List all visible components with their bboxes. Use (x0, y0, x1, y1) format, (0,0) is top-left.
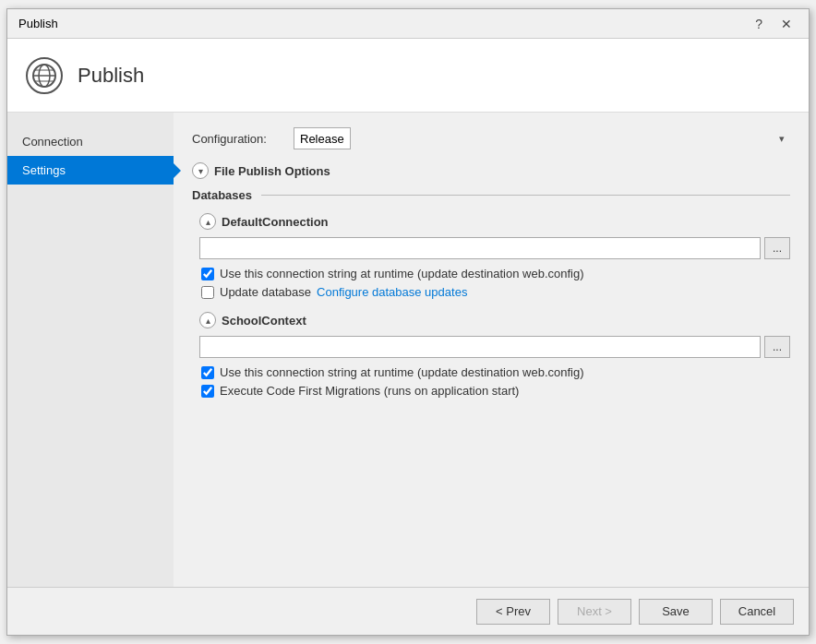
school-context-collapse-btn[interactable]: ▴ (199, 312, 216, 328)
default-connection-use-label: Use this connection string at runtime (u… (220, 267, 584, 280)
title-bar-left: Publish (18, 17, 58, 30)
school-context-header[interactable]: ▴ SchoolContext (199, 312, 790, 328)
close-button[interactable]: ✕ (775, 15, 798, 33)
configuration-select-wrapper: Release Debug (294, 127, 790, 149)
default-connection-use-checkbox[interactable] (201, 268, 214, 280)
default-connection-input-row: ... (199, 237, 790, 259)
default-connection-checkbox2-row: Update database Configure database updat… (199, 285, 790, 299)
default-connection-checkbox1-row: Use this connection string at runtime (u… (199, 267, 790, 280)
sidebar-item-settings[interactable]: Settings (7, 156, 174, 185)
save-button[interactable]: Save (639, 599, 713, 625)
school-context-input[interactable] (199, 336, 761, 358)
school-context-execute-checkbox[interactable] (201, 385, 214, 398)
databases-section: Databases ▴ DefaultConnection (192, 188, 790, 398)
configuration-select[interactable]: Release Debug (294, 127, 351, 149)
title-bar-title: Publish (18, 17, 58, 30)
default-connection-section: ▴ DefaultConnection ... Use this connect… (192, 213, 790, 299)
file-publish-label: File Publish Options (214, 164, 330, 178)
main-scroll-area: Configuration: Release Debug ▾ File Publ… (174, 113, 809, 587)
prev-button[interactable]: < Prev (476, 599, 550, 625)
school-context-use-label: Use this connection string at runtime (u… (220, 365, 584, 379)
default-connection-browse-btn[interactable]: ... (764, 237, 790, 259)
configure-database-updates-link[interactable]: Configure database updates (317, 285, 467, 299)
school-context-input-row: ... (199, 336, 790, 358)
databases-header: Databases (192, 188, 790, 202)
school-context-checkbox2-row: Execute Code First Migrations (runs on a… (199, 384, 790, 398)
body: Connection Settings Configuration: Relea… (7, 113, 809, 587)
globe-icon (26, 57, 63, 94)
default-connection-update-checkbox[interactable] (201, 286, 214, 299)
configuration-label: Configuration: (192, 132, 284, 146)
file-publish-collapse-btn[interactable]: ▾ (192, 162, 209, 179)
school-context-name: SchoolContext (222, 314, 306, 328)
default-connection-header[interactable]: ▴ DefaultConnection (199, 213, 790, 230)
default-connection-collapse-btn[interactable]: ▴ (199, 213, 216, 230)
collapse-icon: ▾ (198, 166, 203, 176)
databases-divider (261, 195, 790, 196)
sidebar: Connection Settings (7, 113, 174, 587)
school-context-browse-btn[interactable]: ... (764, 336, 790, 358)
school-context-section: ▴ SchoolContext ... Use this connection … (192, 312, 790, 398)
main-content: Configuration: Release Debug ▾ File Publ… (174, 113, 809, 587)
default-connection-input[interactable] (199, 237, 761, 259)
configuration-row: Configuration: Release Debug (192, 127, 790, 149)
default-connection-update-label: Update database (220, 285, 311, 299)
sidebar-item-connection[interactable]: Connection (7, 127, 174, 156)
publish-dialog: Publish ? ✕ Publish Connection S (6, 8, 810, 636)
next-button[interactable]: Next > (558, 599, 631, 625)
default-connection-name: DefaultConnection (222, 215, 329, 229)
help-button[interactable]: ? (750, 15, 768, 33)
school-context-execute-label: Execute Code First Migrations (runs on a… (220, 384, 519, 398)
cancel-button[interactable]: Cancel (720, 599, 794, 625)
header-title: Publish (78, 64, 144, 88)
school-context-checkbox1-row: Use this connection string at runtime (u… (199, 365, 790, 379)
title-bar: Publish ? ✕ (7, 9, 809, 39)
title-bar-controls: ? ✕ (750, 15, 798, 33)
header: Publish (7, 39, 809, 113)
default-connection-collapse-icon: ▴ (206, 217, 210, 227)
school-context-use-checkbox[interactable] (201, 366, 214, 379)
school-context-collapse-icon: ▴ (206, 316, 210, 326)
databases-label: Databases (192, 188, 252, 202)
file-publish-options-header[interactable]: ▾ File Publish Options (192, 162, 790, 179)
footer: < Prev Next > Save Cancel (7, 587, 809, 635)
